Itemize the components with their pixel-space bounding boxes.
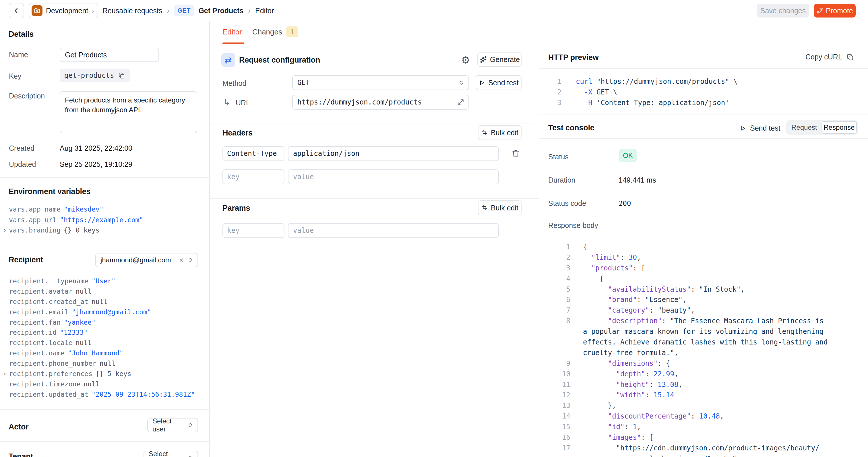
chevron-right-icon: › (167, 6, 169, 15)
copy-curl-button[interactable]: Copy cURL (805, 53, 854, 61)
gear-icon[interactable]: ⚙ (461, 55, 470, 65)
header-key-input[interactable] (222, 170, 284, 184)
field-value: null (100, 360, 115, 367)
toggle-request[interactable]: Request (787, 121, 822, 134)
tab-changes[interactable]: Changes 1 (252, 26, 298, 37)
field-key: recipient.id (9, 329, 57, 336)
header-key-chip[interactable]: Content-Type (222, 146, 284, 161)
tab-editor[interactable]: Editor (222, 28, 242, 36)
params-bulk-edit-button[interactable]: Bulk edit (478, 201, 522, 215)
description-label: Description (9, 92, 45, 100)
swap-arrows-icon (481, 204, 488, 211)
code-line: 9 "dimensions": { (548, 358, 865, 369)
code-text: "brand": "Essence", (583, 295, 687, 305)
code-line: essence-mascara-lash-princess/1.webp" (548, 454, 865, 457)
http-preview-heading: HTTP preview (548, 53, 599, 62)
code-text: effects. Achieve dramatic lashes with th… (583, 337, 828, 347)
code-text: essence-mascara-lash-princess/1.webp" (583, 454, 737, 457)
tenant-select[interactable]: Select tenant (144, 451, 198, 457)
field-value: "John Hammond" (68, 349, 123, 357)
save-changes-button[interactable]: Save changes (757, 4, 809, 18)
method-badge: GET (174, 5, 194, 17)
status-code-value: 200 (619, 200, 631, 208)
header-value-input-empty[interactable] (288, 170, 499, 184)
actor-select[interactable]: Select user (147, 418, 198, 432)
chevrons-up-down-icon (187, 422, 193, 428)
clear-icon[interactable] (179, 257, 184, 263)
code-line: a popular mascara known for its volumizi… (548, 326, 865, 337)
recipient-field-row: recipient.id"12333" (9, 328, 204, 338)
test-console-heading: Test console (548, 123, 594, 132)
response-body-label: Response body (548, 221, 598, 230)
param-key-input[interactable] (222, 223, 284, 238)
generate-button[interactable]: Generate (477, 52, 522, 67)
line-number: 4 (548, 274, 570, 284)
breadcrumb-page: Editor (255, 7, 274, 15)
header-value-input[interactable] (288, 146, 499, 161)
tenant-select-label: Select tenant (149, 450, 184, 457)
console-send-test-button[interactable]: Send test (740, 124, 780, 132)
recipient-field-row: recipient.fan"yankee" (9, 317, 204, 328)
code-text: "category": "beauty", (583, 305, 695, 316)
key-value: get-products (64, 71, 114, 80)
line-number: 1 (548, 77, 561, 87)
chevron-right-icon: › (248, 6, 251, 15)
divider (210, 252, 539, 252)
url-value: https://dummyjson.com/products (298, 98, 457, 106)
recipient-fields-list: recipient.__typename"User"recipient.avat… (9, 276, 204, 400)
code-line: 4 { (548, 274, 865, 284)
param-value-input[interactable] (288, 223, 499, 238)
code-line: 3 -H 'Content-Type: application/json' (548, 98, 865, 108)
headers-bulk-edit-button[interactable]: Bulk edit (478, 125, 522, 140)
arrow-branch-icon: ↳ (224, 98, 230, 107)
method-select[interactable]: GET (292, 75, 469, 90)
divider (0, 409, 209, 409)
trash-icon[interactable] (511, 149, 520, 158)
code-text: "depth": 22.99, (583, 369, 678, 379)
field-key: recipient.preferences (9, 370, 92, 377)
recipient-field-row: recipient.localenull (9, 338, 204, 348)
field-value: null (92, 298, 107, 305)
promote-button[interactable]: Promote (814, 4, 856, 18)
expand-icon[interactable] (457, 98, 464, 106)
recipient-select[interactable]: jhammond@gmail.com (95, 253, 198, 267)
description-textarea[interactable]: Fetch products from a specific category … (60, 91, 197, 133)
status-badge: OK (619, 149, 637, 162)
recipient-field-row: recipient.phone_numbernull (9, 359, 204, 369)
details-heading: Details (9, 30, 34, 39)
created-value: Aug 31 2025, 22:42:00 (60, 144, 132, 152)
code-line: 2 "limit": 30, (548, 252, 865, 263)
field-value: "2025-09-23T14:56:31.981Z" (92, 391, 195, 398)
send-test-button[interactable]: Send test (476, 75, 522, 90)
line-number: 11 (548, 379, 570, 390)
copy-icon[interactable] (118, 72, 125, 79)
code-line: 6 "brand": "Essence", (548, 295, 865, 305)
changes-count-badge: 1 (286, 26, 298, 37)
expander-icon[interactable]: › (3, 369, 7, 379)
back-button[interactable] (9, 3, 24, 19)
recipient-selected-value: jhammond@gmail.com (100, 256, 176, 264)
code-line: 1{ (548, 242, 865, 252)
divider (539, 115, 868, 115)
key-chip: get-products (60, 69, 130, 82)
divider (210, 21, 210, 457)
code-line: 5 "availabilityStatus": "In Stock", (548, 284, 865, 295)
url-input[interactable]: https://dummyjson.com/products (292, 95, 469, 110)
expander-icon[interactable]: › (3, 225, 7, 236)
name-input[interactable] (60, 48, 159, 62)
code-line: 14 "discountPercentage": 10.48, (548, 411, 865, 422)
toggle-response[interactable]: Response (822, 121, 857, 134)
active-tab-underline (222, 42, 244, 44)
environment-switcher-chip[interactable]: Development › (29, 3, 98, 19)
code-text: "id": 1, (583, 422, 641, 432)
created-label: Created (9, 144, 34, 152)
field-key: recipient.fan (9, 318, 61, 326)
line-number: 14 (548, 411, 570, 422)
editor-tabs: Editor Changes 1 (222, 21, 298, 42)
status-label: Status (548, 153, 569, 161)
code-text: "limit": 30, (583, 252, 641, 263)
divider (0, 441, 209, 442)
code-text: "dimensions": { (583, 358, 670, 369)
field-value: "12333" (60, 329, 88, 336)
breadcrumb-reusable-requests[interactable]: Reusable requests (102, 7, 162, 15)
